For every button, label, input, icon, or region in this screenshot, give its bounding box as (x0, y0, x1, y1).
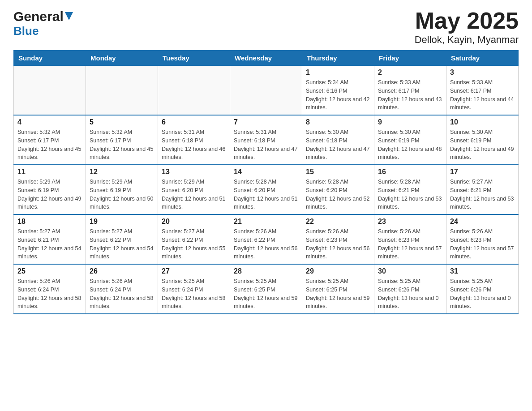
day-info: Sunrise: 5:32 AMSunset: 6:17 PMDaylight:… (90, 128, 154, 162)
svg-marker-0 (65, 12, 73, 20)
table-row: 4Sunrise: 5:32 AMSunset: 6:17 PMDaylight… (14, 115, 86, 165)
day-info: Sunrise: 5:30 AMSunset: 6:19 PMDaylight:… (378, 128, 442, 162)
day-info: Sunrise: 5:25 AMSunset: 6:25 PMDaylight:… (234, 277, 298, 311)
calendar-week-row: 11Sunrise: 5:29 AMSunset: 6:19 PMDayligh… (14, 165, 519, 214)
day-info: Sunrise: 5:27 AMSunset: 6:22 PMDaylight:… (162, 227, 226, 261)
table-row: 8Sunrise: 5:30 AMSunset: 6:18 PMDaylight… (302, 115, 374, 165)
table-row (158, 66, 230, 116)
table-row: 9Sunrise: 5:30 AMSunset: 6:19 PMDaylight… (374, 115, 446, 165)
day-info: Sunrise: 5:34 AMSunset: 6:16 PMDaylight:… (306, 78, 370, 112)
col-saturday: Saturday (446, 51, 519, 66)
day-number: 20 (162, 218, 226, 226)
table-row: 2Sunrise: 5:33 AMSunset: 6:17 PMDaylight… (374, 66, 446, 116)
day-number: 13 (162, 168, 226, 176)
table-row: 22Sunrise: 5:26 AMSunset: 6:23 PMDayligh… (302, 214, 374, 264)
calendar-week-row: 25Sunrise: 5:26 AMSunset: 6:24 PMDayligh… (14, 264, 519, 314)
day-info: Sunrise: 5:29 AMSunset: 6:20 PMDaylight:… (162, 178, 226, 211)
day-info: Sunrise: 5:25 AMSunset: 6:26 PMDaylight:… (378, 277, 442, 311)
table-row: 29Sunrise: 5:25 AMSunset: 6:25 PMDayligh… (302, 264, 374, 314)
calendar-table: Sunday Monday Tuesday Wednesday Thursday… (13, 50, 519, 314)
day-number: 25 (17, 267, 82, 275)
day-number: 30 (378, 267, 442, 275)
day-number: 29 (306, 267, 370, 275)
day-info: Sunrise: 5:32 AMSunset: 6:17 PMDaylight:… (17, 128, 82, 162)
table-row: 11Sunrise: 5:29 AMSunset: 6:19 PMDayligh… (14, 165, 86, 214)
day-number: 26 (90, 267, 154, 275)
day-number: 19 (90, 218, 154, 226)
day-info: Sunrise: 5:31 AMSunset: 6:18 PMDaylight:… (234, 128, 298, 162)
day-number: 28 (234, 267, 298, 275)
calendar-week-row: 18Sunrise: 5:27 AMSunset: 6:21 PMDayligh… (14, 214, 519, 264)
logo-sub-text: Blue (13, 24, 39, 38)
day-info: Sunrise: 5:26 AMSunset: 6:23 PMDaylight:… (378, 227, 442, 261)
day-number: 22 (306, 218, 370, 226)
table-row (230, 66, 302, 116)
table-row: 14Sunrise: 5:28 AMSunset: 6:20 PMDayligh… (230, 165, 302, 214)
table-row: 30Sunrise: 5:25 AMSunset: 6:26 PMDayligh… (374, 264, 446, 314)
col-tuesday: Tuesday (158, 51, 230, 66)
day-info: Sunrise: 5:26 AMSunset: 6:24 PMDaylight:… (17, 277, 82, 311)
calendar-week-row: 1Sunrise: 5:34 AMSunset: 6:16 PMDaylight… (14, 66, 519, 116)
day-number: 1 (306, 68, 370, 77)
table-row: 13Sunrise: 5:29 AMSunset: 6:20 PMDayligh… (158, 165, 230, 214)
day-number: 9 (378, 118, 442, 126)
day-info: Sunrise: 5:33 AMSunset: 6:17 PMDaylight:… (450, 78, 515, 112)
day-number: 3 (450, 68, 515, 77)
day-info: Sunrise: 5:28 AMSunset: 6:20 PMDaylight:… (306, 178, 370, 211)
col-thursday: Thursday (302, 51, 374, 66)
day-info: Sunrise: 5:27 AMSunset: 6:21 PMDaylight:… (450, 178, 515, 211)
page-subtitle: Dellok, Kayin, Myanmar (415, 34, 519, 46)
day-info: Sunrise: 5:25 AMSunset: 6:26 PMDaylight:… (450, 277, 515, 311)
table-row: 6Sunrise: 5:31 AMSunset: 6:18 PMDaylight… (158, 115, 230, 165)
table-row: 27Sunrise: 5:25 AMSunset: 6:24 PMDayligh… (158, 264, 230, 314)
day-number: 7 (234, 118, 298, 126)
table-row: 19Sunrise: 5:27 AMSunset: 6:22 PMDayligh… (86, 214, 158, 264)
table-row: 17Sunrise: 5:27 AMSunset: 6:21 PMDayligh… (446, 165, 519, 214)
day-number: 17 (450, 168, 515, 176)
day-info: Sunrise: 5:26 AMSunset: 6:23 PMDaylight:… (450, 227, 515, 261)
table-row: 20Sunrise: 5:27 AMSunset: 6:22 PMDayligh… (158, 214, 230, 264)
day-info: Sunrise: 5:30 AMSunset: 6:19 PMDaylight:… (450, 128, 515, 162)
table-row (14, 66, 86, 116)
col-wednesday: Wednesday (230, 51, 302, 66)
day-info: Sunrise: 5:27 AMSunset: 6:21 PMDaylight:… (17, 227, 82, 261)
col-monday: Monday (86, 51, 158, 66)
table-row: 16Sunrise: 5:28 AMSunset: 6:21 PMDayligh… (374, 165, 446, 214)
day-number: 2 (378, 68, 442, 77)
logo-arrow-icon (65, 12, 73, 23)
day-number: 16 (378, 168, 442, 176)
day-number: 27 (162, 267, 226, 275)
col-sunday: Sunday (14, 51, 86, 66)
day-info: Sunrise: 5:26 AMSunset: 6:23 PMDaylight:… (306, 227, 370, 261)
day-number: 10 (450, 118, 515, 126)
day-info: Sunrise: 5:25 AMSunset: 6:24 PMDaylight:… (162, 277, 226, 311)
day-number: 15 (306, 168, 370, 176)
table-row: 18Sunrise: 5:27 AMSunset: 6:21 PMDayligh… (14, 214, 86, 264)
day-number: 4 (17, 118, 82, 126)
day-number: 6 (162, 118, 226, 126)
table-row: 12Sunrise: 5:29 AMSunset: 6:19 PMDayligh… (86, 165, 158, 214)
day-info: Sunrise: 5:25 AMSunset: 6:25 PMDaylight:… (306, 277, 370, 311)
title-block: May 2025 Dellok, Kayin, Myanmar (415, 9, 519, 46)
day-number: 11 (17, 168, 82, 176)
logo: General Blue (13, 9, 73, 38)
day-number: 5 (90, 118, 154, 126)
day-number: 18 (17, 218, 82, 226)
day-info: Sunrise: 5:31 AMSunset: 6:18 PMDaylight:… (162, 128, 226, 162)
day-info: Sunrise: 5:28 AMSunset: 6:20 PMDaylight:… (234, 178, 298, 211)
table-row: 25Sunrise: 5:26 AMSunset: 6:24 PMDayligh… (14, 264, 86, 314)
table-row: 7Sunrise: 5:31 AMSunset: 6:18 PMDaylight… (230, 115, 302, 165)
day-number: 14 (234, 168, 298, 176)
day-number: 21 (234, 218, 298, 226)
day-info: Sunrise: 5:30 AMSunset: 6:18 PMDaylight:… (306, 128, 370, 162)
table-row: 28Sunrise: 5:25 AMSunset: 6:25 PMDayligh… (230, 264, 302, 314)
day-info: Sunrise: 5:28 AMSunset: 6:21 PMDaylight:… (378, 178, 442, 211)
day-number: 24 (450, 218, 515, 226)
day-info: Sunrise: 5:33 AMSunset: 6:17 PMDaylight:… (378, 78, 442, 112)
calendar-week-row: 4Sunrise: 5:32 AMSunset: 6:17 PMDaylight… (14, 115, 519, 165)
day-number: 8 (306, 118, 370, 126)
table-row: 15Sunrise: 5:28 AMSunset: 6:20 PMDayligh… (302, 165, 374, 214)
table-row: 3Sunrise: 5:33 AMSunset: 6:17 PMDaylight… (446, 66, 519, 116)
table-row: 5Sunrise: 5:32 AMSunset: 6:17 PMDaylight… (86, 115, 158, 165)
table-row: 23Sunrise: 5:26 AMSunset: 6:23 PMDayligh… (374, 214, 446, 264)
